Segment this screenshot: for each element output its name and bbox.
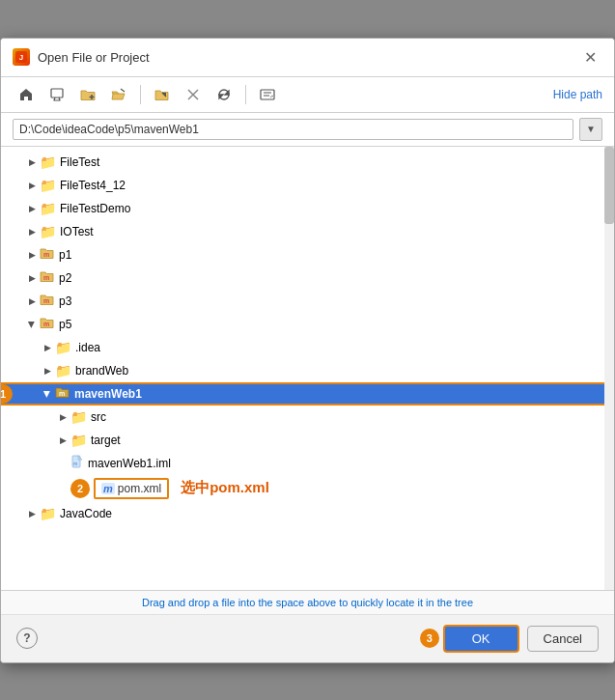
settings-button[interactable] [254, 83, 281, 106]
toolbar: Hide path [1, 77, 614, 113]
tree-item-p5[interactable]: ▶ m p5 [1, 313, 614, 336]
expand-arrow: ▶ [40, 386, 55, 402]
pom-xml-highlight: m pom.xml [94, 478, 169, 499]
expand-arrow: ▶ [24, 224, 40, 239]
svg-text:m: m [43, 297, 49, 304]
folder-icon: 📁 [40, 224, 56, 239]
svg-rect-2 [51, 89, 63, 98]
expand-arrow: ▶ [24, 201, 40, 216]
tree-item-target[interactable]: ▶ 📁 target [1, 429, 614, 452]
tree-item-p1[interactable]: ▶ m p1 [1, 243, 614, 266]
item-label: FileTestDemo [60, 202, 606, 215]
tree-item-filetest[interactable]: ▶ 📁 FileTest [1, 151, 614, 174]
scrollbar-thumb[interactable] [604, 147, 614, 224]
folder-icon: 📁 [40, 201, 56, 216]
svg-rect-15 [261, 90, 274, 99]
new-folder-button[interactable] [74, 83, 101, 106]
toolbar-divider-2 [245, 85, 246, 104]
footer-left: ? [16, 628, 38, 649]
tree-item-p3[interactable]: ▶ m p3 [1, 290, 614, 313]
hide-path-button[interactable]: Hide path [553, 88, 602, 101]
tree-item-mavenweb1[interactable]: 1 ▶ m mavenWeb1 [1, 382, 614, 406]
expand-arrow: ▶ [24, 506, 40, 521]
help-button[interactable]: ? [16, 628, 38, 649]
item-label: brandWeb [75, 364, 606, 378]
desktop-button[interactable] [43, 83, 70, 106]
refresh-button[interactable] [210, 83, 238, 106]
path-input[interactable] [13, 119, 573, 140]
expand-arrow: ▶ [24, 247, 40, 263]
tree-item-brandweb[interactable]: ▶ 📁 brandWeb [1, 359, 614, 382]
tree-item-src[interactable]: ▶ 📁 src [1, 406, 614, 429]
expand-arrow: ▶ [24, 178, 40, 193]
svg-text:m: m [43, 251, 49, 258]
expand-arrow: ▶ [40, 340, 55, 355]
ok-badge-container: 3 OK [420, 625, 519, 653]
toolbar-left [13, 83, 281, 106]
expand-arrow: ▶ [24, 317, 40, 332]
pom-xml-label: pom.xml [118, 482, 161, 495]
item-label: JavaCode [60, 507, 606, 520]
item-label: FileTest [60, 155, 606, 169]
tree-item-filetestdemo[interactable]: ▶ 📁 FileTestDemo [1, 197, 614, 220]
item-label: mavenWeb1 [74, 387, 604, 401]
item-label: p5 [59, 318, 606, 331]
folder-icon: 📁 [40, 154, 56, 170]
maven-folder-icon: m [40, 269, 55, 286]
svg-text:m: m [59, 390, 65, 397]
item-label: p1 [59, 248, 606, 262]
file-tree: ▶ 📁 FileTest ▶ 📁 FileTest4_12 ▶ 📁 FileTe… [1, 147, 614, 591]
svg-text:J: J [19, 53, 23, 62]
tree-item-p2[interactable]: ▶ m p2 [1, 266, 614, 290]
clear-button[interactable] [180, 83, 207, 106]
svg-text:m: m [43, 274, 49, 281]
tree-item-iotest[interactable]: ▶ 📁 IOTest [1, 220, 614, 243]
item-label: p2 [59, 271, 606, 285]
expand-arrow: ▶ [24, 270, 40, 286]
expand-arrow: ▶ [24, 154, 40, 170]
open-file-dialog: J Open File or Project ✕ [0, 38, 615, 663]
tree-item-idea[interactable]: ▶ 📁 .idea [1, 336, 614, 359]
dialog-title: Open File or Project [38, 50, 150, 65]
open-folder-button[interactable] [105, 83, 132, 106]
maven-folder-icon: m [40, 293, 55, 309]
maven-folder-icon: m [55, 385, 70, 402]
footer: ? 3 OK Cancel [1, 615, 614, 662]
tree-item-javacode[interactable]: ▶ 📁 JavaCode [1, 502, 614, 525]
path-dropdown-button[interactable]: ▼ [579, 118, 602, 141]
footer-right: 3 OK Cancel [420, 625, 599, 653]
svg-text:m: m [43, 321, 49, 327]
cancel-button[interactable]: Cancel [527, 626, 599, 652]
folder-icon: 📁 [55, 340, 71, 355]
item-label: .idea [75, 341, 606, 354]
tree-item-pom-xml[interactable]: 2 m pom.xml 选中pom.xml [1, 475, 614, 502]
item-label: mavenWeb1.iml [88, 457, 606, 470]
folder-icon: 📁 [40, 178, 56, 193]
scrollbar-track [604, 147, 614, 590]
close-button[interactable]: ✕ [578, 46, 602, 69]
pom-xml-annotation: 选中pom.xml [181, 479, 269, 497]
maven-folder-icon: m [40, 316, 55, 332]
expand-arrow: ▶ [55, 409, 70, 425]
folder-icon: 📁 [70, 409, 87, 425]
tree-item-mavenweb1-iml[interactable]: m mavenWeb1.iml [1, 452, 614, 475]
badge-3: 3 [420, 629, 439, 648]
badge-2: 2 [70, 479, 90, 498]
item-label: src [91, 410, 606, 424]
path-bar: ▼ [1, 113, 614, 147]
ok-button[interactable]: OK [443, 625, 519, 653]
item-label: p3 [59, 294, 606, 308]
home-button[interactable] [13, 83, 40, 106]
maven-folder-icon: m [40, 246, 55, 263]
badge-1: 1 [1, 384, 13, 404]
svg-text:m: m [73, 461, 77, 466]
title-bar: J Open File or Project ✕ [1, 39, 614, 77]
pom-xml-maven-icon: m [101, 483, 115, 494]
svg-line-8 [121, 89, 125, 92]
item-label: target [91, 434, 606, 447]
item-label: IOTest [60, 225, 606, 238]
item-label: FileTest4_12 [60, 179, 606, 192]
folder-arrow-button[interactable] [149, 83, 176, 106]
tree-item-filetest4-12[interactable]: ▶ 📁 FileTest4_12 [1, 174, 614, 197]
drag-hint: Drag and drop a file into the space abov… [1, 591, 614, 615]
